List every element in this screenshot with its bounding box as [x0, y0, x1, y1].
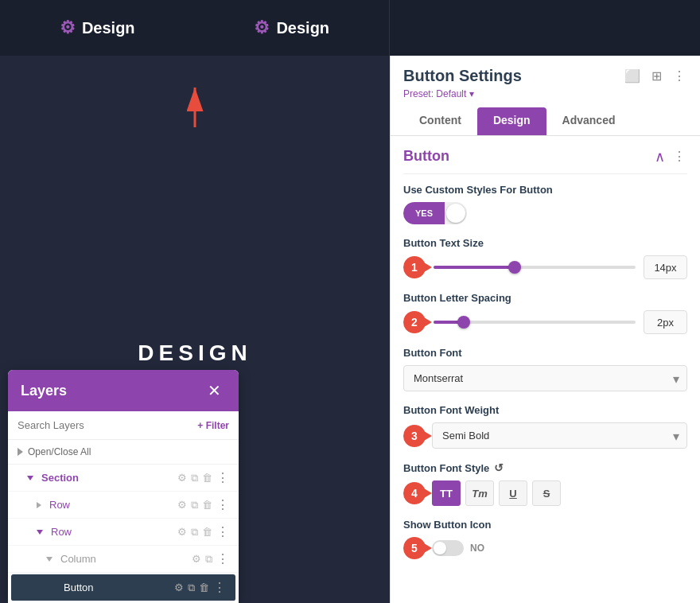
settings-icon[interactable]: ⚙	[177, 499, 187, 511]
duplicate-icon[interactable]: ⧉	[188, 582, 195, 594]
filter-button[interactable]: + Filter	[197, 420, 229, 431]
font-weight-select-wrapper: Semi Bold Regular Bold Light ▾	[432, 422, 687, 449]
delete-icon[interactable]: 🗑	[202, 499, 212, 511]
brand-right: ⚙ Design	[254, 18, 329, 38]
font-setting: Button Font Montserrat Open Sans Roboto …	[403, 347, 687, 391]
settings-header-icons: ⬜ ⊞ ⋮	[623, 67, 687, 85]
layer-item-section[interactable]: Section ⚙ ⧉ 🗑 ⋮	[8, 465, 239, 492]
text-size-label: Button Text Size	[403, 237, 687, 249]
font-style-badge-row: 4 TT Tт U S	[403, 480, 687, 506]
font-style-buttons: TT Tт U S	[432, 480, 561, 506]
badge-4: 4	[403, 482, 426, 504]
button-section-title: Button	[403, 148, 449, 165]
strikethrough-style-button[interactable]: S	[532, 480, 561, 506]
badge-5: 5	[403, 537, 426, 559]
bold-style-button[interactable]: TT	[432, 480, 461, 506]
show-icon-label: Show Button Icon	[403, 519, 687, 531]
italic-style-button[interactable]: Tт	[465, 480, 494, 506]
row-2-icons: ⚙ ⧉ 🗑 ⋮	[177, 524, 229, 539]
section-more-button[interactable]: ⋮	[671, 147, 687, 165]
layers-close-button[interactable]: ✕	[203, 379, 226, 402]
duplicate-icon[interactable]: ⧉	[191, 499, 198, 512]
settings-title: Button Settings	[403, 67, 522, 85]
font-select[interactable]: Montserrat Open Sans Roboto Lato	[403, 365, 687, 391]
right-panel: Button Settings ⬜ ⊞ ⋮ Preset: Default ▾ …	[390, 56, 700, 603]
row-1-label: Row	[49, 499, 177, 511]
font-weight-label: Button Font Weight	[403, 404, 687, 416]
text-size-slider-row: 1 14px	[403, 255, 687, 279]
badge-2: 2	[403, 311, 426, 333]
letter-spacing-value[interactable]: 2px	[644, 310, 687, 334]
layers-title: Layers	[21, 383, 67, 399]
show-icon-toggle[interactable]: NO	[432, 540, 484, 556]
more-icon[interactable]: ⋮	[216, 470, 229, 485]
delete-icon[interactable]: 🗑	[202, 526, 212, 538]
text-size-fill	[434, 266, 515, 269]
text-size-track[interactable]	[434, 266, 636, 269]
text-size-thumb[interactable]	[508, 261, 521, 274]
duplicate-icon[interactable]: ⧉	[191, 526, 198, 539]
settings-icon[interactable]: ⚙	[192, 553, 201, 565]
grid-icon-button[interactable]: ⊞	[650, 67, 663, 85]
open-close-all[interactable]: Open/Close All	[8, 440, 239, 465]
layer-item-button[interactable]: Button ⚙ ⧉ 🗑 ⋮	[11, 574, 235, 601]
row-1-icons: ⚙ ⧉ 🗑 ⋮	[177, 497, 229, 512]
reset-icon[interactable]: ↺	[494, 461, 504, 474]
toggle-switch[interactable]: YES	[403, 202, 467, 224]
no-label: NO	[470, 543, 484, 554]
header-left: ⚙ Design ⚙ Design	[0, 0, 390, 56]
show-icon-setting: Show Button Icon 5 NO	[403, 519, 687, 559]
preset-label[interactable]: Preset: Default ▾	[403, 88, 687, 99]
settings-icon[interactable]: ⚙	[174, 582, 184, 593]
dots-menu-button[interactable]: ⋮	[671, 67, 687, 85]
layer-item-row-1[interactable]: Row ⚙ ⧉ 🗑 ⋮	[8, 492, 239, 519]
layer-item-column[interactable]: Column ⚙ ⧉ ⋮	[8, 546, 239, 573]
column-icons: ⚙ ⧉ ⋮	[192, 551, 229, 566]
custom-styles-toggle[interactable]: YES	[403, 202, 687, 224]
font-style-setting: Button Font Style ↺ 4 TT Tт U S	[403, 461, 687, 506]
underline-style-button[interactable]: U	[499, 480, 527, 506]
more-icon[interactable]: ⋮	[213, 580, 226, 595]
section-actions: ∧ ⋮	[655, 147, 687, 165]
duplicate-icon[interactable]: ⧉	[205, 553, 212, 566]
toggle-sm-knob	[434, 542, 446, 554]
expand-icon-button[interactable]: ⬜	[623, 67, 642, 85]
toggle-sm-switch[interactable]	[432, 540, 464, 556]
settings-icon[interactable]: ⚙	[177, 526, 187, 538]
more-icon[interactable]: ⋮	[216, 524, 229, 539]
brand-label-right: Design	[276, 19, 329, 37]
font-label: Button Font	[403, 347, 687, 359]
text-size-setting: Button Text Size 1 14px	[403, 237, 687, 279]
badge-1: 1	[403, 256, 426, 278]
font-weight-select[interactable]: Semi Bold Regular Bold Light	[432, 422, 687, 449]
header-right-area	[390, 0, 700, 56]
more-icon[interactable]: ⋮	[216, 551, 229, 566]
chevron-down-icon	[27, 476, 33, 480]
layers-search-bar: + Filter	[8, 411, 239, 440]
more-icon[interactable]: ⋮	[216, 497, 229, 512]
preset-text: Preset: Default ▾	[403, 88, 474, 99]
toggle-yes-label: YES	[403, 202, 445, 224]
layers-search-input[interactable]	[18, 419, 191, 431]
custom-styles-setting: Use Custom Styles For Button YES	[403, 184, 687, 224]
column-label: Column	[60, 553, 192, 565]
tab-content[interactable]: Content	[403, 107, 477, 135]
brand-label-left: Design	[82, 19, 135, 37]
tab-design[interactable]: Design	[477, 107, 546, 135]
tabs-row: Content Design Advanced	[403, 107, 687, 135]
duplicate-icon[interactable]: ⧉	[191, 472, 198, 484]
settings-icon[interactable]: ⚙	[177, 472, 187, 484]
delete-icon[interactable]: 🗑	[202, 472, 212, 484]
tab-advanced[interactable]: Advanced	[546, 107, 632, 135]
letter-spacing-slider-row: 2 2px	[403, 310, 687, 334]
letter-spacing-track[interactable]	[434, 321, 636, 324]
letter-spacing-thumb[interactable]	[457, 316, 470, 329]
font-select-wrapper: Montserrat Open Sans Roboto Lato ▾	[403, 365, 687, 391]
delete-icon[interactable]: 🗑	[199, 582, 209, 593]
text-size-value[interactable]: 14px	[644, 255, 687, 279]
font-style-label-row: Button Font Style ↺	[403, 461, 687, 474]
collapse-button[interactable]: ∧	[655, 148, 665, 165]
layer-item-row-2[interactable]: Row ⚙ ⧉ 🗑 ⋮	[8, 519, 239, 546]
left-panel: DESIGN Layers ✕ + Filter Open/Close All …	[0, 56, 390, 603]
open-close-label: Open/Close All	[28, 446, 91, 457]
